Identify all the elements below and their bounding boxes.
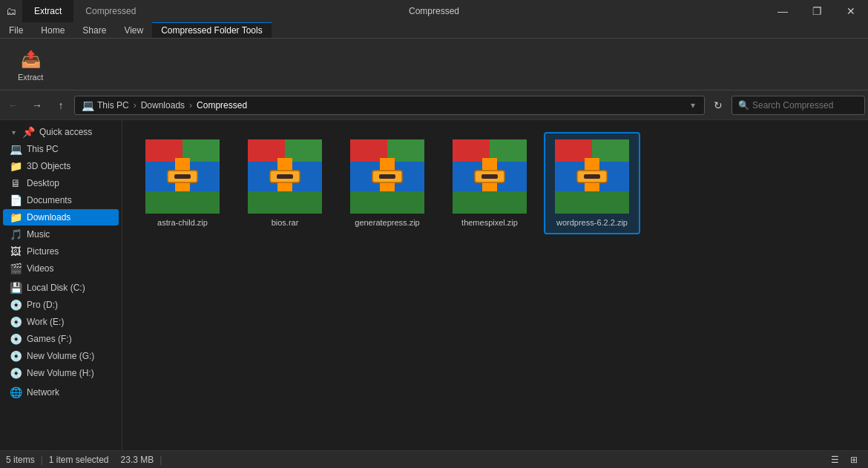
up-button[interactable]: ↑ bbox=[50, 95, 71, 116]
status-size: 23.3 MB bbox=[121, 455, 154, 465]
file-icon-wordpress bbox=[555, 139, 629, 214]
pictures-label: Pictures bbox=[27, 246, 59, 257]
file-item-generatepress[interactable]: generatepress.zip bbox=[339, 132, 435, 234]
svg-rect-12 bbox=[277, 174, 293, 179]
quick-access-arrow-icon: ▾ bbox=[12, 128, 16, 136]
new-volume-g-icon: 💿 bbox=[9, 350, 22, 362]
videos-icon: 🎬 bbox=[9, 263, 22, 274]
3d-objects-icon: 📁 bbox=[9, 160, 22, 172]
network-icon: 🌐 bbox=[9, 386, 22, 398]
network-label: Network bbox=[27, 387, 59, 398]
title-tab-compressed[interactable]: Compressed bbox=[73, 0, 148, 22]
sidebar-item-music[interactable]: 🎵 Music bbox=[3, 226, 119, 243]
videos-label: Videos bbox=[27, 263, 53, 274]
pro-d-label: Pro (D:) bbox=[27, 300, 58, 310]
ribbon: File Home Share View Compressed Folder T… bbox=[0, 22, 868, 90]
status-bar-right: ☰ ⊞ bbox=[826, 452, 862, 468]
downloads-icon: 📁 bbox=[9, 211, 22, 223]
sidebar-item-new-volume-h[interactable]: 💿 New Volume (H:) bbox=[3, 365, 119, 381]
new-volume-h-label: New Volume (H:) bbox=[27, 368, 94, 378]
sidebar: ▾ 📌 Quick access 💻 This PC 📁 3D Objects … bbox=[0, 120, 122, 450]
view-icons-button[interactable]: ⊞ bbox=[846, 452, 862, 468]
address-dropdown-icon[interactable]: ▾ bbox=[688, 100, 698, 111]
ribbon-tab-home[interactable]: Home bbox=[32, 22, 73, 38]
sidebar-item-documents[interactable]: 📄 Documents bbox=[3, 192, 119, 208]
svg-rect-33 bbox=[584, 174, 600, 179]
file-item-bios[interactable]: bios.rar bbox=[237, 132, 333, 234]
sidebar-item-network[interactable]: 🌐 Network bbox=[3, 384, 119, 401]
address-bar[interactable]: 💻 This PC › Downloads › Compressed ▾ bbox=[74, 96, 705, 115]
work-e-icon: 💿 bbox=[9, 316, 22, 328]
svg-rect-19 bbox=[379, 174, 395, 179]
downloads-label: Downloads bbox=[27, 212, 70, 223]
title-bar-tabs: Extract Compressed bbox=[22, 0, 148, 22]
sidebar-item-downloads[interactable]: 📁 Downloads bbox=[3, 209, 119, 225]
sidebar-item-local-disk-c[interactable]: 💾 Local Disk (C:) bbox=[3, 280, 119, 296]
local-disk-c-icon: 💾 bbox=[9, 282, 22, 294]
ribbon-tab-view[interactable]: View bbox=[115, 22, 152, 38]
extract-label: Extract bbox=[18, 73, 43, 82]
status-separator-1: | bbox=[41, 455, 43, 465]
forward-button[interactable]: → bbox=[27, 95, 47, 116]
games-f-icon: 💿 bbox=[9, 333, 22, 345]
title-bar-left: 🗂 Extract Compressed bbox=[0, 0, 148, 22]
quick-access-icon: 📌 bbox=[22, 126, 35, 138]
back-button[interactable]: ← bbox=[3, 95, 24, 116]
sidebar-item-videos[interactable]: 🎬 Videos bbox=[3, 260, 119, 277]
ribbon-tab-compressed-folder-tools[interactable]: Compressed Folder Tools bbox=[152, 22, 272, 38]
file-icon-bios bbox=[248, 139, 322, 214]
sidebar-item-new-volume-g[interactable]: 💿 New Volume (G:) bbox=[3, 348, 119, 364]
svg-rect-5 bbox=[174, 174, 191, 179]
desktop-icon: 🖥 bbox=[9, 177, 22, 189]
title-bar: 🗂 Extract Compressed Compressed — ❐ ✕ bbox=[0, 0, 868, 22]
ribbon-group-extract: 📤 Extract bbox=[6, 42, 55, 87]
sidebar-item-work-e[interactable]: 💿 Work (E:) bbox=[3, 314, 119, 330]
games-f-label: Games (F:) bbox=[27, 334, 72, 344]
main-area: ▾ 📌 Quick access 💻 This PC 📁 3D Objects … bbox=[0, 120, 868, 450]
sidebar-item-this-pc[interactable]: 💻 This PC bbox=[3, 141, 119, 157]
sidebar-item-desktop[interactable]: 🖥 Desktop bbox=[3, 175, 119, 191]
window-title: Compressed bbox=[409, 6, 459, 16]
breadcrumb-thispc[interactable]: This PC bbox=[97, 100, 129, 111]
close-button[interactable]: ✕ bbox=[834, 0, 868, 22]
svg-rect-13 bbox=[248, 191, 322, 214]
extract-button[interactable]: 📤 Extract bbox=[12, 45, 49, 85]
maximize-button[interactable]: ❐ bbox=[800, 0, 834, 22]
search-icon: 🔍 bbox=[738, 100, 749, 111]
sidebar-item-games-f[interactable]: 💿 Games (F:) bbox=[3, 331, 119, 347]
documents-label: Documents bbox=[27, 195, 72, 205]
new-volume-g-label: New Volume (G:) bbox=[27, 351, 94, 361]
sidebar-drives: 💾 Local Disk (C:) 💿 Pro (D:) 💿 Work (E:)… bbox=[0, 280, 122, 381]
svg-rect-27 bbox=[453, 191, 527, 214]
file-grid: astra-child.zip bios.rar bbox=[134, 132, 856, 234]
sidebar-item-3d-objects[interactable]: 📁 3D Objects bbox=[3, 158, 119, 174]
file-item-wordpress[interactable]: wordpress-6.2.2.zip bbox=[544, 132, 640, 234]
svg-rect-34 bbox=[555, 191, 629, 214]
view-details-button[interactable]: ☰ bbox=[826, 452, 843, 468]
file-name-bios: bios.rar bbox=[272, 218, 299, 227]
minimize-button[interactable]: — bbox=[766, 0, 800, 22]
status-item-count: 5 items bbox=[6, 455, 35, 465]
file-name-wordpress: wordpress-6.2.2.zip bbox=[556, 218, 628, 227]
ribbon-tab-file[interactable]: File bbox=[0, 22, 32, 38]
sidebar-item-pictures[interactable]: 🖼 Pictures bbox=[3, 243, 119, 260]
sidebar-network: 🌐 Network bbox=[0, 384, 122, 401]
breadcrumb-downloads[interactable]: Downloads bbox=[141, 100, 185, 111]
address-bar-area: ← → ↑ 💻 This PC › Downloads › Compressed… bbox=[0, 90, 868, 120]
ribbon-tab-share[interactable]: Share bbox=[73, 22, 115, 38]
search-input[interactable] bbox=[752, 100, 858, 111]
title-tab-extract[interactable]: Extract bbox=[22, 0, 73, 22]
file-item-themespixel[interactable]: themespixel.zip bbox=[441, 132, 538, 234]
file-icon-themespixel bbox=[453, 139, 527, 214]
new-volume-h-icon: 💿 bbox=[9, 367, 22, 379]
sidebar-item-pro-d[interactable]: 💿 Pro (D:) bbox=[3, 297, 119, 313]
file-item-astra-child[interactable]: astra-child.zip bbox=[134, 132, 231, 234]
sidebar-quick-access: ▾ 📌 Quick access 💻 This PC 📁 3D Objects … bbox=[0, 124, 122, 277]
search-box[interactable]: 🔍 bbox=[731, 96, 865, 115]
status-bar: 5 items | 1 item selected 23.3 MB | ☰ ⊞ bbox=[0, 450, 868, 468]
this-pc-label: This PC bbox=[27, 144, 59, 154]
sidebar-item-quick-access[interactable]: ▾ 📌 Quick access bbox=[3, 124, 119, 140]
music-label: Music bbox=[27, 229, 50, 240]
address-folder-icon: 💻 bbox=[81, 99, 94, 111]
refresh-button[interactable]: ↻ bbox=[708, 95, 729, 116]
